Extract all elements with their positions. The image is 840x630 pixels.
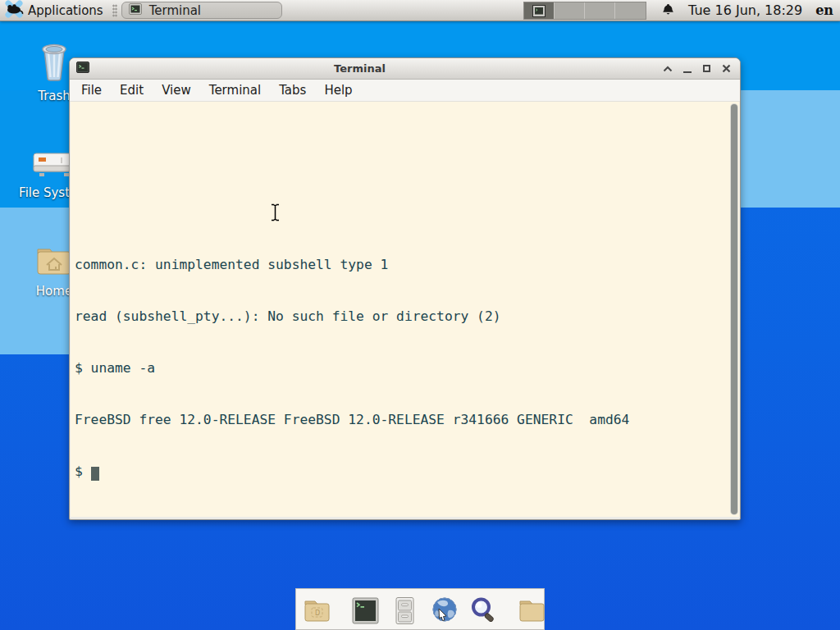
directory-menu-button[interactable]: D: [302, 596, 332, 626]
window-title: Terminal: [70, 62, 650, 75]
terminal-window: Terminal File Edit View Terminal Tabs He…: [69, 57, 741, 520]
home-folder-icon: [34, 243, 74, 281]
terminal-prompt: $: [75, 463, 91, 479]
maximize-window-icon[interactable]: [700, 62, 714, 75]
globe-browser-icon: [429, 596, 459, 626]
scrollbar-thumb[interactable]: [731, 104, 737, 514]
terminal-icon: [350, 596, 381, 626]
workspace-3[interactable]: [585, 2, 615, 19]
menu-edit[interactable]: Edit: [111, 80, 153, 100]
workspace-4[interactable]: [615, 2, 646, 19]
desktop-icon-label: Home: [36, 284, 72, 299]
terminal-cursor: [91, 467, 99, 481]
file-manager-button[interactable]: [390, 596, 420, 626]
minimize-window-icon[interactable]: [680, 62, 694, 75]
file-cabinet-icon: [390, 596, 420, 626]
xfce-logo-icon: [4, 0, 24, 21]
workspace-switcher: [523, 2, 646, 20]
workspace-2[interactable]: [555, 2, 585, 19]
notification-bell-icon[interactable]: [661, 3, 675, 17]
applications-menu-button[interactable]: Applications: [0, 0, 110, 21]
taskbar-window-label: Terminal: [149, 3, 201, 18]
trash-icon: [38, 43, 71, 85]
terminal-line: common.c: unimplemented subshell type 1: [75, 256, 629, 273]
terminal-line: FreeBSD free 12.0-RELEASE FreeBSD 12.0-R…: [75, 411, 629, 428]
desktop-icon-label: Trash: [38, 89, 71, 103]
magnifier-search-icon: [468, 596, 499, 626]
window-bottom-border: [70, 517, 740, 519]
file-folder-button[interactable]: [517, 596, 547, 626]
ibeam-mouse-cursor: [270, 203, 281, 225]
terminal-launcher-button[interactable]: [350, 596, 381, 626]
shade-window-icon[interactable]: [660, 62, 674, 75]
applications-menu-label: Applications: [28, 3, 103, 18]
panel-handle[interactable]: [112, 4, 117, 17]
terminal-line: read (subshell_pty...): No such file or …: [75, 308, 629, 325]
menu-tabs[interactable]: Tabs: [270, 80, 315, 100]
svg-text:D: D: [315, 609, 320, 617]
menu-help[interactable]: Help: [315, 80, 361, 100]
bottom-dock: D: [295, 588, 545, 630]
terminal-output: common.c: unimplemented subshell type 1 …: [75, 221, 629, 514]
terminal-content-area[interactable]: common.c: unimplemented subshell type 1 …: [71, 102, 739, 517]
panel-clock[interactable]: Tue 16 Jun, 18:29: [688, 2, 802, 18]
terminal-scrollbar[interactable]: [730, 103, 738, 515]
window-titlebar[interactable]: Terminal: [70, 58, 740, 80]
web-browser-button[interactable]: [429, 596, 459, 626]
close-window-icon[interactable]: [719, 62, 733, 75]
top-panel: Applications Terminal: [0, 0, 840, 21]
application-finder-button[interactable]: [468, 596, 499, 626]
keyboard-layout-indicator[interactable]: en: [815, 2, 833, 18]
workspace-1[interactable]: [524, 2, 555, 19]
terminal-line: $ uname -a: [75, 359, 629, 377]
menu-file[interactable]: File: [72, 80, 111, 100]
folder-d-icon: D: [302, 596, 332, 626]
menu-terminal[interactable]: Terminal: [200, 80, 270, 100]
window-menubar: File Edit View Terminal Tabs Help: [70, 80, 740, 102]
mini-window-icon: [532, 5, 546, 21]
menu-view[interactable]: View: [153, 80, 200, 100]
terminal-window-icon: [129, 2, 142, 19]
folder-icon: [517, 596, 547, 626]
terminal-prompt-line: $: [75, 463, 629, 480]
taskbar-window-button[interactable]: Terminal: [121, 2, 282, 19]
